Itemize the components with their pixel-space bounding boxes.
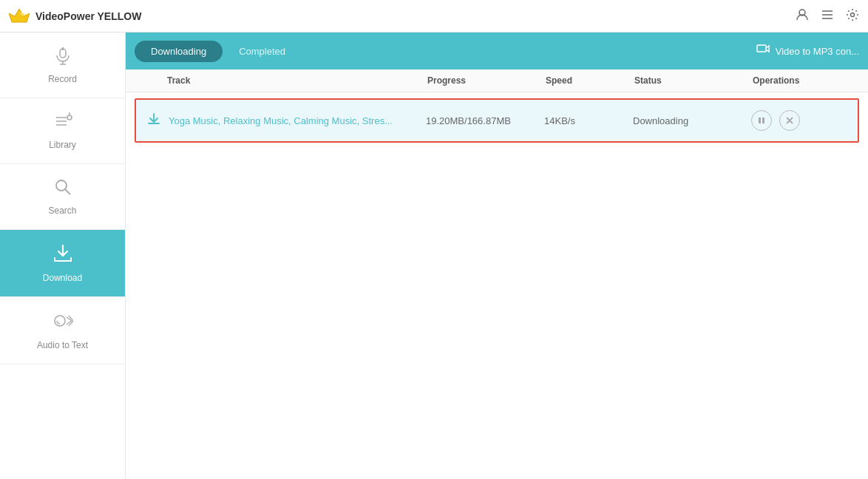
sidebar-item-audio-to-text[interactable]: Audio to Text xyxy=(0,297,125,364)
sidebar-download-label: Download xyxy=(43,273,82,283)
svg-rect-24 xyxy=(759,118,761,123)
svg-point-6 xyxy=(851,13,855,16)
title-bar-controls xyxy=(796,8,859,24)
tab-completed[interactable]: Completed xyxy=(223,41,302,62)
row-speed: 14KB/s xyxy=(544,115,633,126)
tab-bar-right: Video to MP3 con... xyxy=(756,43,859,59)
sidebar: Record Library Search xyxy=(0,33,126,479)
row-download-icon xyxy=(139,112,169,130)
sidebar-search-label: Search xyxy=(48,205,76,216)
svg-marker-0 xyxy=(9,9,30,22)
svg-point-14 xyxy=(67,115,72,120)
sidebar-item-library[interactable]: Library xyxy=(0,98,125,164)
app-logo xyxy=(9,6,30,27)
menu-icon[interactable] xyxy=(821,8,834,24)
library-icon xyxy=(53,112,72,135)
svg-rect-25 xyxy=(762,118,764,123)
main-layout: Record Library Search xyxy=(0,33,868,479)
col-operations: Operations xyxy=(753,75,856,86)
record-icon xyxy=(53,46,72,69)
table-body: Yoga Music, Relaxing Music, Calming Musi… xyxy=(126,92,868,149)
pause-button[interactable] xyxy=(751,110,772,131)
sidebar-item-record[interactable]: Record xyxy=(0,33,125,98)
sidebar-audio-to-text-label: Audio to Text xyxy=(37,340,88,350)
row-progress: 19.20MB/166.87MB xyxy=(426,115,544,126)
table-row: Yoga Music, Relaxing Music, Calming Musi… xyxy=(135,98,859,143)
row-operations xyxy=(751,110,855,131)
svg-point-18 xyxy=(55,316,65,326)
title-bar: VideoPower YELLOW xyxy=(0,0,868,33)
settings-icon[interactable] xyxy=(846,8,859,24)
table-header: Track Progress Speed Status Operations xyxy=(126,69,868,92)
app-title: VideoPower YELLOW xyxy=(35,10,796,22)
cancel-button[interactable] xyxy=(779,110,800,131)
sidebar-library-label: Library xyxy=(49,140,76,150)
search-icon xyxy=(53,177,72,201)
col-speed: Speed xyxy=(546,75,634,86)
audio-to-text-icon xyxy=(52,310,73,336)
svg-point-16 xyxy=(56,180,67,191)
col-status: Status xyxy=(634,75,753,86)
row-status: Downloading xyxy=(633,115,751,126)
svg-line-17 xyxy=(65,189,70,194)
content-area: Downloading Completed Video to MP3 con..… xyxy=(126,33,868,479)
sidebar-item-download[interactable]: Download xyxy=(0,230,125,297)
tab-downloading[interactable]: Downloading xyxy=(135,41,223,62)
sidebar-record-label: Record xyxy=(48,74,77,84)
svg-rect-23 xyxy=(757,45,766,52)
convert-icon xyxy=(756,43,770,59)
row-track-name: Yoga Music, Relaxing Music, Calming Musi… xyxy=(169,115,426,126)
download-icon xyxy=(52,243,74,268)
convert-label: Video to MP3 con... xyxy=(776,46,859,57)
user-icon[interactable] xyxy=(796,8,809,24)
sidebar-item-search[interactable]: Search xyxy=(0,164,125,230)
col-progress: Progress xyxy=(427,75,546,86)
col-track: Track xyxy=(167,75,427,86)
tab-bar: Downloading Completed Video to MP3 con..… xyxy=(126,33,868,69)
